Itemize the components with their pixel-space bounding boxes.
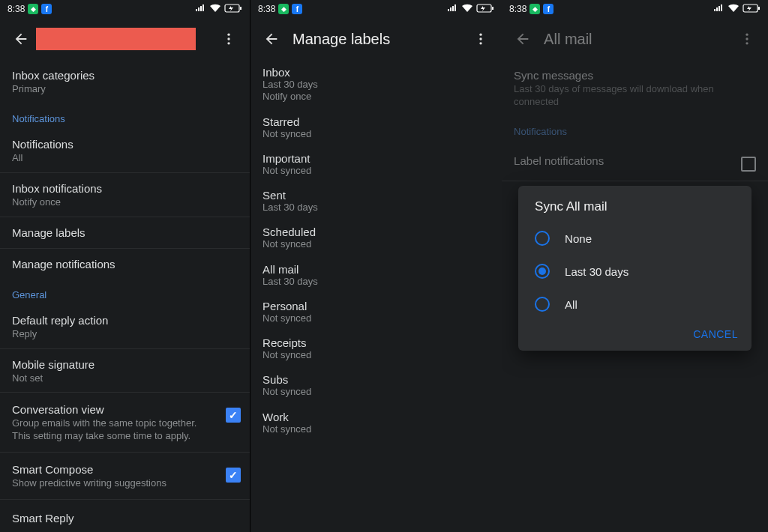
label-item[interactable]: WorkNot synced xyxy=(262,405,490,441)
signal-icon xyxy=(195,4,206,14)
label-sub: Not synced xyxy=(262,423,490,435)
item-title: Inbox categories xyxy=(12,67,238,83)
signal-icon xyxy=(447,4,458,14)
wifi-icon xyxy=(728,4,740,15)
more-button[interactable] xyxy=(466,24,496,54)
label-item[interactable]: ImportantNot synced xyxy=(262,146,490,183)
more-button[interactable] xyxy=(732,24,762,54)
radio-option[interactable]: Last 30 days xyxy=(518,255,752,288)
manage-labels-item[interactable]: Manage labels xyxy=(0,217,250,249)
smart-reply-item[interactable]: Smart Reply xyxy=(0,500,250,532)
radio-option[interactable]: None xyxy=(518,222,752,255)
section-notifications: Notifications xyxy=(502,117,768,142)
label-item[interactable]: ScheduledNot synced xyxy=(262,220,490,256)
label-title: Work xyxy=(262,411,490,423)
label-title: Sent xyxy=(262,189,490,202)
notifications-item[interactable]: Notifications All xyxy=(0,129,250,173)
radio-label: Last 30 days xyxy=(565,265,628,278)
facebook-icon: f xyxy=(543,4,554,14)
radio-icon[interactable] xyxy=(535,264,550,279)
label-sub: Last 30 daysNotify once xyxy=(262,79,490,103)
more-button[interactable] xyxy=(214,24,244,54)
item-sub: Not set xyxy=(12,372,238,385)
item-sub: Group emails with the same topic togethe… xyxy=(12,417,217,443)
label-sub: Not synced xyxy=(262,128,490,140)
inbox-notifications-item[interactable]: Inbox notifications Notify once xyxy=(0,173,250,217)
status-time: 8:38 xyxy=(258,4,275,14)
svg-point-3 xyxy=(227,37,230,40)
label-item[interactable]: SentLast 30 days xyxy=(262,183,490,220)
smart-compose-checkbox[interactable] xyxy=(226,468,241,483)
radio-label: None xyxy=(565,232,592,245)
default-reply-item[interactable]: Default reply action Reply xyxy=(0,305,250,349)
battery-icon xyxy=(742,4,760,15)
conversation-view-checkbox[interactable] xyxy=(226,408,241,423)
status-time: 8:38 xyxy=(8,4,25,14)
label-item[interactable]: InboxLast 30 daysNotify once xyxy=(262,60,490,109)
section-notifications: Notifications xyxy=(0,104,250,129)
battery-icon xyxy=(476,4,494,15)
label-title: Subs xyxy=(262,373,490,386)
page-title: Manage labels xyxy=(286,31,466,48)
conversation-view-item[interactable]: Conversation view Group emails with the … xyxy=(0,393,250,453)
svg-point-13 xyxy=(746,37,748,40)
item-title: Sync messages xyxy=(514,67,756,83)
label-sub: Not synced xyxy=(262,312,490,324)
account-redacted xyxy=(36,28,196,50)
dialog-title: Sync All mail xyxy=(518,199,752,222)
signal-icon xyxy=(713,4,724,14)
label-item[interactable]: All mailLast 30 days xyxy=(262,257,490,294)
radio-icon[interactable] xyxy=(535,297,550,312)
smart-compose-item[interactable]: Smart Compose Show predictive writing su… xyxy=(0,453,250,500)
label-title: Starred xyxy=(262,115,490,128)
back-button[interactable] xyxy=(508,24,538,54)
label-title: Inbox xyxy=(262,66,490,79)
label-item[interactable]: SubsNot synced xyxy=(262,367,490,404)
app-icon-1: ◆ xyxy=(278,4,289,14)
sync-messages-item[interactable]: Sync messages Last 30 days of messages w… xyxy=(502,60,768,117)
status-bar: 8:38 ◆ f xyxy=(0,0,250,18)
manage-notifications-item[interactable]: Manage notifications xyxy=(0,249,250,280)
divider xyxy=(502,181,768,181)
back-button[interactable] xyxy=(6,24,36,54)
mobile-signature-item[interactable]: Mobile signature Not set xyxy=(0,349,250,393)
svg-rect-1 xyxy=(240,7,242,10)
label-notifications-item[interactable]: Label notifications xyxy=(502,142,768,181)
svg-rect-11 xyxy=(758,7,760,10)
all-mail-pane: 8:38 ◆ f All mail Sync messages Last 30 … xyxy=(502,0,768,532)
svg-point-8 xyxy=(479,37,482,40)
label-sub: Not synced xyxy=(262,386,490,398)
facebook-icon: f xyxy=(41,4,52,14)
item-title: Inbox notifications xyxy=(12,181,238,196)
back-button[interactable] xyxy=(256,24,286,54)
label-item[interactable]: StarredNot synced xyxy=(262,109,490,146)
label-sub: Last 30 days xyxy=(262,276,490,288)
item-title: Manage labels xyxy=(12,225,238,241)
cancel-button[interactable]: CANCEL xyxy=(693,328,738,340)
label-title: Receipts xyxy=(262,336,490,349)
item-sub: Primary xyxy=(12,83,238,96)
facebook-icon: f xyxy=(292,4,302,14)
label-item[interactable]: ReceiptsNot synced xyxy=(262,330,490,367)
radio-icon[interactable] xyxy=(535,231,550,246)
item-title: Default reply action xyxy=(12,312,238,328)
label-title: Personal xyxy=(262,300,490,312)
status-time: 8:38 xyxy=(509,4,526,14)
label-notifications-checkbox[interactable] xyxy=(741,157,756,172)
label-title: Scheduled xyxy=(262,226,490,238)
svg-point-9 xyxy=(479,42,482,44)
status-bar: 8:38 ◆ f xyxy=(502,0,768,18)
item-title: Manage notifications xyxy=(12,256,238,272)
item-title: Label notifications xyxy=(514,153,604,169)
radio-option[interactable]: All xyxy=(518,288,752,321)
status-bar: 8:38 ◆ f xyxy=(250,0,502,18)
sync-dialog: Sync All mail NoneLast 30 daysAll CANCEL xyxy=(518,186,752,351)
label-item[interactable]: PersonalNot synced xyxy=(262,294,490,330)
wifi-icon xyxy=(461,4,473,15)
label-title: All mail xyxy=(262,263,490,276)
radio-label: All xyxy=(565,298,578,311)
section-general: General xyxy=(0,280,250,305)
header xyxy=(0,18,250,60)
inbox-categories-item[interactable]: Inbox categories Primary xyxy=(0,60,250,104)
item-title: Conversation view xyxy=(12,402,217,417)
